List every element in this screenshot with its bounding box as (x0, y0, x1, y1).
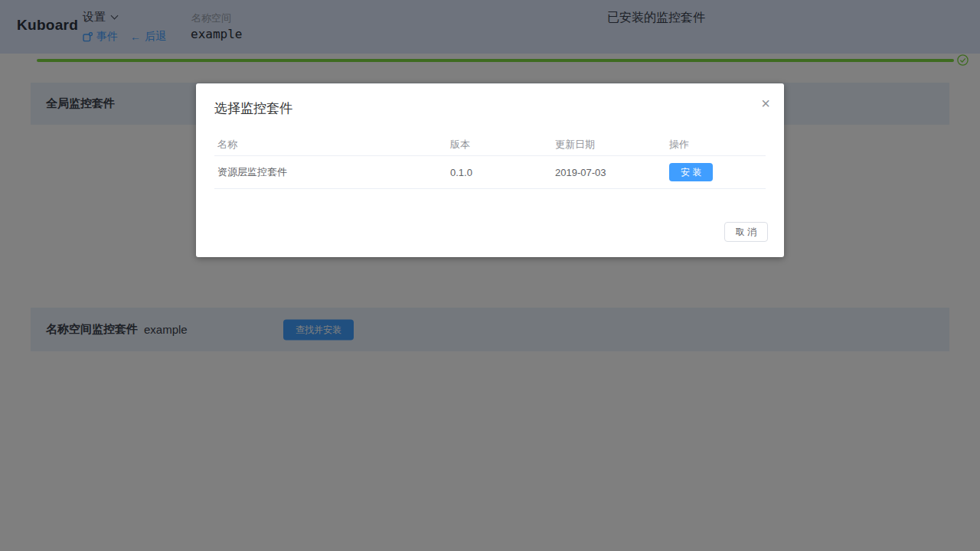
modal-backdrop[interactable] (0, 0, 980, 551)
suite-updated-cell: 2019-07-03 (555, 167, 669, 178)
column-header-action: 操作 (669, 138, 766, 152)
close-icon[interactable]: × (758, 93, 773, 114)
suite-action-cell: 安 装 (669, 163, 766, 181)
table-header-row: 名称 版本 更新日期 操作 (214, 134, 766, 156)
suite-version-cell: 0.1.0 (450, 167, 555, 178)
install-button[interactable]: 安 装 (669, 163, 713, 181)
cancel-button[interactable]: 取 消 (724, 222, 768, 242)
monitor-suite-table: 名称 版本 更新日期 操作 资源层监控套件 0.1.0 2019-07-03 安… (214, 134, 766, 189)
select-monitor-suite-dialog: 选择监控套件 × 名称 版本 更新日期 操作 资源层监控套件 0.1.0 201… (196, 83, 784, 257)
column-header-name: 名称 (214, 138, 450, 152)
kuboard-screen: Kuboard 设置 事件 ← 后退 名称空间 example 已安装的监控套件 (0, 0, 980, 551)
suite-name-cell: 资源层监控套件 (214, 165, 450, 179)
column-header-updated: 更新日期 (555, 138, 669, 152)
dialog-title: 选择监控套件 (214, 99, 292, 117)
table-row: 资源层监控套件 0.1.0 2019-07-03 安 装 (214, 156, 766, 189)
column-header-version: 版本 (450, 138, 555, 152)
